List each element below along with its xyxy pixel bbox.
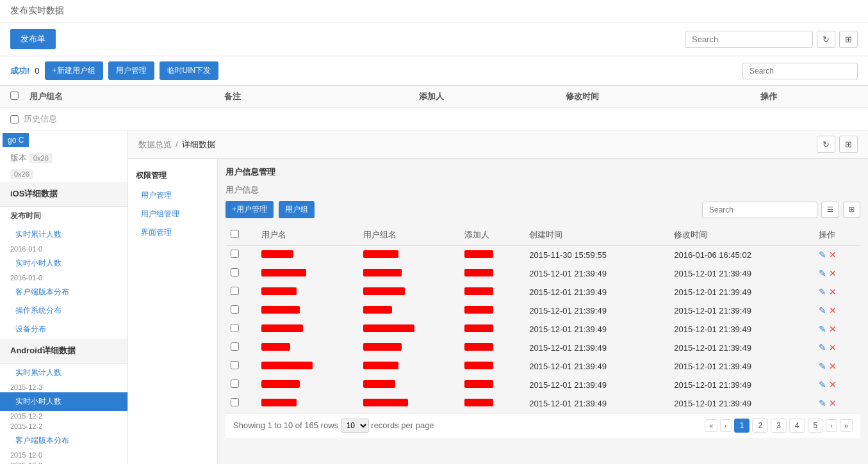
groupname-cell: [358, 376, 460, 394]
edit-icon-0[interactable]: ✎: [819, 250, 826, 260]
edit-icon-7[interactable]: ✎: [819, 380, 826, 390]
ios-item-1[interactable]: 实时累计人数: [0, 225, 127, 244]
android-item-1[interactable]: 实时累计人数: [0, 364, 127, 382]
panel-grid-button[interactable]: ⊞: [839, 136, 858, 153]
user-search-input[interactable]: [702, 202, 817, 218]
breadcrumb-separator: /: [176, 140, 178, 149]
ios-item-3[interactable]: 客户端版本分布: [0, 283, 127, 301]
row-checkbox-6[interactable]: [231, 361, 239, 369]
android-date-3: 2015-12-2: [0, 411, 127, 421]
row-checkbox-3[interactable]: [231, 305, 239, 314]
delete-icon-6[interactable]: ✕: [829, 361, 837, 371]
ios-date-0: 2016-01-0: [0, 244, 127, 254]
edit-icon-1[interactable]: ✎: [819, 268, 826, 278]
edit-icon-2[interactable]: ✎: [819, 287, 826, 297]
prev-page-button[interactable]: ‹: [720, 419, 732, 432]
row-checkbox-7[interactable]: [231, 380, 239, 388]
android-item-3[interactable]: 客户端版本分布: [0, 431, 127, 450]
table-row: 2015-12-01 21:39:49 2015-12-01 21:39:49 …: [225, 320, 860, 339]
row-checkbox-4[interactable]: [231, 324, 239, 332]
createdat-cell: 2015-12-01 21:39:49: [524, 301, 669, 320]
add-user-button[interactable]: +用户管理: [225, 201, 274, 218]
groupname-cell: [358, 320, 460, 339]
table-row: 2015-12-01 21:39:49 2015-12-01 21:39:49 …: [225, 283, 860, 301]
row-checkbox-1[interactable]: [231, 268, 239, 276]
addedby-cell: [459, 246, 524, 264]
temp-uin-button[interactable]: 临时UIN下发: [160, 61, 219, 80]
refresh-button[interactable]: ↻: [817, 31, 835, 48]
select-all-checkbox[interactable]: [10, 92, 19, 100]
edit-icon-4[interactable]: ✎: [819, 324, 826, 334]
android-item-2[interactable]: 实时小时人数: [0, 392, 127, 411]
panel-refresh-button[interactable]: ↻: [817, 136, 835, 153]
user-list-view-button[interactable]: ☰: [821, 202, 839, 218]
perm-item-user-mgmt[interactable]: 用户管理: [128, 186, 217, 205]
ios-item-2[interactable]: 实时小时人数: [0, 254, 127, 273]
main-content: go C 版本 0x26 0x26 iOS详细数据 发布时间 实时累计人数 20…: [0, 131, 868, 464]
row-checkbox-0[interactable]: [231, 250, 239, 258]
user-select-all[interactable]: [231, 230, 239, 238]
user-grid-view-button[interactable]: ⊞: [843, 202, 860, 218]
edit-icon-8[interactable]: ✎: [819, 398, 826, 408]
page-3-button[interactable]: 3: [771, 419, 787, 433]
edit-icon-5[interactable]: ✎: [819, 342, 826, 353]
table-row: 2015-12-01 21:39:49 2015-12-01 21:39:49 …: [225, 264, 860, 283]
breadcrumb: 数据总览 / 详细数据 ↻ ⊞: [128, 131, 868, 159]
ios-item-5[interactable]: 设备分布: [0, 320, 127, 339]
ios-section-title: iOS详细数据: [0, 182, 127, 207]
table-row: 2015-12-01 21:39:49 2015-12-01 21:39:49 …: [225, 339, 860, 357]
panel-content: 权限管理 用户管理 用户组管理 界面管理 用户信息管理 用户信息 +用户管理 用…: [128, 159, 868, 464]
next-page-button[interactable]: ›: [826, 419, 837, 432]
delete-icon-3[interactable]: ✕: [829, 305, 837, 316]
groupname-cell: [358, 301, 460, 320]
action-cell: ✎ ✕: [814, 376, 860, 394]
action-cell: ✎ ✕: [814, 264, 860, 283]
add-group-button[interactable]: 用户组: [279, 201, 315, 218]
modifiedat-cell: 2016-01-06 16:45:02: [669, 246, 814, 264]
records-per-page-label: records per page: [371, 420, 434, 430]
page-4-button[interactable]: 4: [789, 419, 805, 433]
user-data-table: 用户名 用户组名 添加人 创建时间 修改时间 操作 2015-11-30 15:…: [225, 225, 860, 413]
top-search-input[interactable]: [685, 31, 813, 48]
delete-icon-8[interactable]: ✕: [829, 398, 837, 408]
th-group-name: 用户组名: [29, 91, 224, 102]
delete-icon-0[interactable]: ✕: [829, 250, 837, 260]
edit-icon-3[interactable]: ✎: [819, 305, 826, 316]
row-checkbox-5[interactable]: [231, 342, 239, 351]
last-page-button[interactable]: »: [840, 419, 853, 432]
row-checkbox-2[interactable]: [231, 287, 239, 295]
username-cell: [256, 339, 358, 357]
row-checkbox-8[interactable]: [231, 398, 239, 406]
new-group-button[interactable]: +新建用户组: [45, 61, 103, 80]
edit-icon-6[interactable]: ✎: [819, 361, 826, 371]
th-modifiedat: 修改时间: [669, 225, 814, 246]
page-2-button[interactable]: 2: [752, 419, 768, 433]
user-mgmt-button[interactable]: 用户管理: [108, 61, 154, 80]
user-toolbar-right: ☰ ⊞: [702, 202, 860, 218]
first-page-button[interactable]: «: [705, 419, 717, 432]
perm-item-group-mgmt[interactable]: 用户组管理: [128, 205, 217, 223]
toolbar-left: 成功! 0 +新建用户组 用户管理 临时UIN下发: [10, 61, 218, 80]
toolbar-search-input[interactable]: [742, 63, 858, 79]
delete-icon-5[interactable]: ✕: [829, 342, 837, 353]
perm-item-ui-mgmt[interactable]: 界面管理: [128, 223, 217, 242]
delete-icon-2[interactable]: ✕: [829, 287, 837, 297]
android-date-4: 2015-12-2: [0, 421, 127, 431]
page-5-button[interactable]: 5: [808, 419, 824, 433]
breadcrumb-parent[interactable]: 数据总览: [138, 139, 172, 150]
action-cell: ✎ ✕: [814, 301, 860, 320]
delete-icon-4[interactable]: ✕: [829, 324, 837, 334]
action-cell: ✎ ✕: [814, 339, 860, 357]
table-row: 2015-12-01 21:39:49 2015-12-01 21:39:49 …: [225, 301, 860, 320]
delete-icon-1[interactable]: ✕: [829, 268, 837, 278]
addedby-cell: [459, 394, 524, 413]
createdat-cell: 2015-12-01 21:39:49: [524, 320, 669, 339]
history-checkbox[interactable]: [10, 115, 19, 124]
publish-button[interactable]: 发布单: [10, 29, 56, 49]
ios-item-4[interactable]: 操作系统分布: [0, 301, 127, 320]
delete-icon-7[interactable]: ✕: [829, 380, 837, 390]
records-per-page-select[interactable]: 10 20 50: [341, 419, 369, 433]
grid-view-button[interactable]: ⊞: [839, 31, 858, 48]
page-1-button[interactable]: 1: [734, 419, 750, 433]
groupname-cell: [358, 357, 460, 376]
